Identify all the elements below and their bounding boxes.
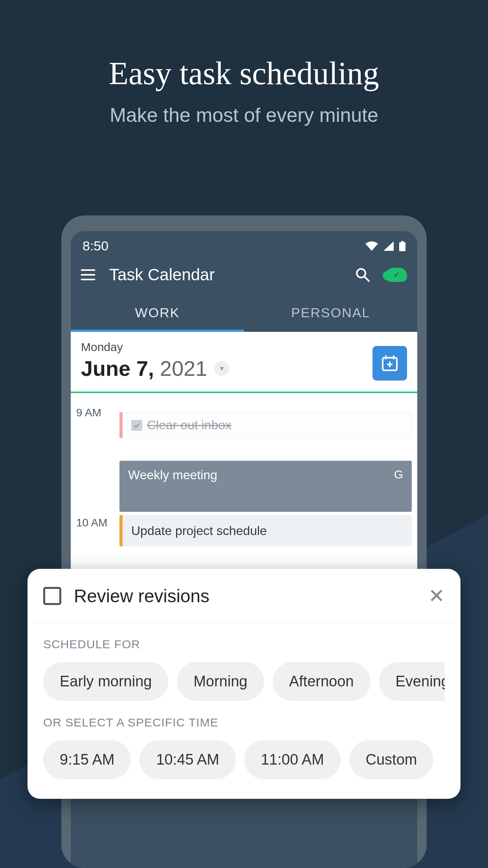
chip-afternoon[interactable]: Afternoon (273, 662, 371, 701)
promo-block: Easy task scheduling Make the most of ev… (0, 0, 488, 127)
status-bar: 8:50 (71, 231, 417, 257)
sync-status-icon[interactable]: ✓ (386, 268, 407, 282)
schedule-for-section: SCHEDULE FOR Early morning Morning After… (28, 623, 460, 701)
chip-evening[interactable]: Evening (379, 662, 445, 701)
specific-time-section: OR SELECT A SPECIFIC TIME 9:15 AM 10:45 … (28, 701, 460, 779)
promo-subtitle: Make the most of every minute (0, 104, 488, 127)
event-task[interactable]: Update project schedule (119, 515, 412, 546)
chip-time-1[interactable]: 9:15 AM (43, 740, 131, 779)
app-bar: Task Calendar ✓ (71, 257, 417, 294)
event-done-title: Clear out inbox (147, 418, 231, 432)
sheet-task-title: Review revisions (74, 585, 428, 607)
sheet-header: Review revisions ✕ (28, 585, 460, 623)
day-name: Monday (81, 340, 229, 354)
tab-personal[interactable]: PERSONAL (244, 294, 417, 331)
schedule-chips: Early morning Morning Afternoon Evening (43, 662, 445, 701)
chip-custom-time[interactable]: Custom (349, 740, 434, 779)
svg-point-2 (357, 269, 365, 278)
wifi-icon (365, 241, 378, 251)
task-checkbox[interactable] (43, 587, 61, 605)
close-icon[interactable]: ✕ (428, 585, 445, 607)
status-time: 8:50 (83, 238, 108, 254)
app-title: Task Calendar (109, 265, 355, 284)
tab-bar: WORK PERSONAL (71, 294, 417, 332)
svg-rect-1 (401, 241, 404, 242)
date-block: Monday June 7, 2021 ▾ (81, 340, 229, 381)
svg-rect-9 (131, 420, 142, 431)
chip-early-morning[interactable]: Early morning (43, 662, 168, 701)
battery-icon (399, 241, 405, 251)
event-completed[interactable]: Clear out inbox (119, 412, 412, 438)
specific-time-label: OR SELECT A SPECIFIC TIME (43, 716, 445, 729)
event-meeting[interactable]: Weekly meeting G (119, 461, 412, 512)
schedule-bottom-sheet: Review revisions ✕ SCHEDULE FOR Early mo… (28, 569, 460, 799)
add-calendar-button[interactable] (372, 346, 407, 381)
svg-rect-0 (399, 242, 405, 251)
date-month-day: June 7, (81, 357, 154, 380)
calendar-plus-icon (380, 354, 399, 373)
signal-icon (383, 241, 394, 251)
svg-line-3 (365, 277, 369, 281)
date-line[interactable]: June 7, 2021 ▾ (81, 356, 229, 381)
status-icons (365, 241, 405, 251)
event-update-title: Update project schedule (131, 524, 267, 538)
chevron-down-icon[interactable]: ▾ (214, 361, 229, 376)
search-icon[interactable] (355, 267, 370, 282)
time-chips: 9:15 AM 10:45 AM 11:00 AM Custom (43, 740, 445, 779)
date-header: Monday June 7, 2021 ▾ (71, 332, 417, 392)
checklist-icon (131, 420, 142, 431)
chip-morning[interactable]: Morning (177, 662, 264, 701)
event-meeting-title: Weekly meeting (128, 468, 217, 482)
date-year: 2021 (160, 357, 207, 380)
promo-title: Easy task scheduling (0, 55, 488, 92)
checkmark-icon: ✓ (393, 270, 400, 280)
chip-time-3[interactable]: 11:00 AM (244, 740, 341, 779)
schedule-for-label: SCHEDULE FOR (43, 638, 445, 651)
chip-time-2[interactable]: 10:45 AM (139, 740, 236, 779)
time-label-9am: 9 AM (76, 406, 101, 419)
google-source-icon: G (394, 468, 403, 481)
menu-icon[interactable] (81, 269, 95, 280)
time-label-10am: 10 AM (76, 517, 107, 529)
tab-work[interactable]: WORK (71, 294, 244, 331)
